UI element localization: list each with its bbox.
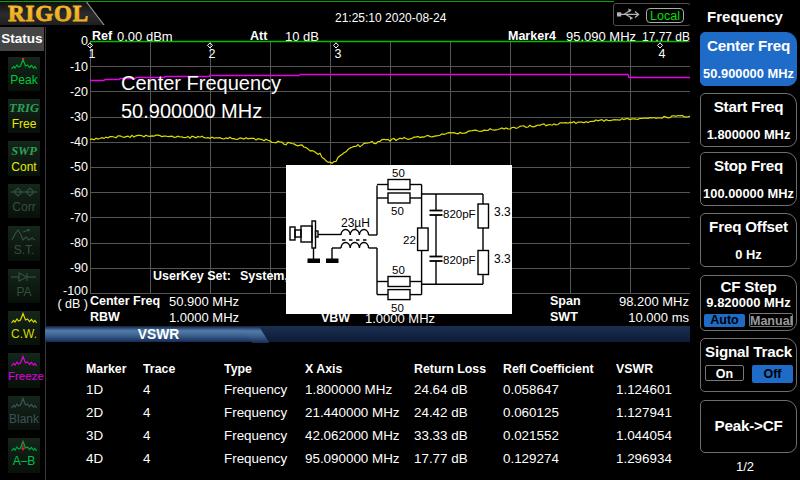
svg-text:50: 50: [392, 264, 405, 276]
svg-text:23µH: 23µH: [341, 216, 370, 230]
svg-text:50: 50: [392, 167, 405, 179]
svg-text:820pF: 820pF: [443, 254, 476, 266]
svg-text:50: 50: [391, 302, 404, 314]
svg-text:22: 22: [403, 234, 416, 246]
svg-text:820pF: 820pF: [443, 208, 476, 220]
svg-text:3.3: 3.3: [494, 205, 511, 219]
svg-text:3.3: 3.3: [494, 252, 511, 266]
svg-text:50: 50: [391, 205, 404, 217]
